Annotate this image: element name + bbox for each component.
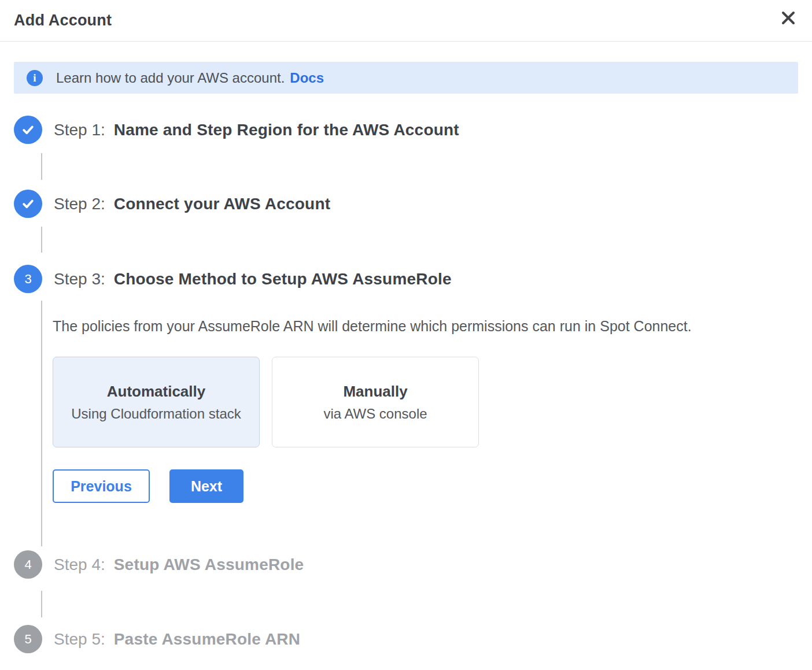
info-banner: i Learn how to add your AWS account. Doc…: [14, 62, 798, 94]
steps-wizard: Step 1: Name and Step Region for the AWS…: [14, 116, 798, 653]
step-connector: [41, 301, 42, 546]
step-3-heading: Step 3: Choose Method to Setup AWS Assum…: [54, 270, 452, 288]
step-1-indicator: [14, 116, 42, 144]
modal-header: Add Account: [0, 0, 812, 42]
step-row-3: 3 Step 3: Choose Method to Setup AWS Ass…: [14, 265, 798, 293]
step-2-indicator: [14, 190, 42, 218]
step-title: Paste AssumeRole ARN: [114, 630, 300, 649]
checkmark-icon: [20, 196, 36, 212]
next-button[interactable]: Next: [169, 469, 243, 503]
step-label: Step 4:: [54, 556, 105, 574]
step-row-2: Step 2: Connect your AWS Account: [14, 190, 798, 218]
close-icon: [780, 10, 796, 28]
step-row-4: 4 Step 4: Setup AWS AssumeRole: [14, 550, 798, 579]
step-3-body: The policies from your AssumeRole ARN wi…: [53, 318, 798, 503]
option-subtitle: via AWS console: [323, 406, 427, 422]
step-3-indicator: 3: [14, 265, 42, 293]
setup-method-options: Automatically Using Cloudformation stack…: [53, 357, 798, 447]
step-4-heading: Step 4: Setup AWS AssumeRole: [54, 556, 304, 574]
modal-content: i Learn how to add your AWS account. Doc…: [0, 62, 812, 653]
step-3-description: The policies from your AssumeRole ARN wi…: [53, 318, 798, 335]
banner-text: Learn how to add your AWS account.: [56, 70, 285, 86]
step-connector: [41, 153, 42, 180]
step-title: Connect your AWS Account: [114, 195, 331, 213]
docs-link[interactable]: Docs: [290, 70, 324, 86]
step-1-heading: Step 1: Name and Step Region for the AWS…: [54, 121, 459, 139]
step-5-heading: Step 5: Paste AssumeRole ARN: [54, 630, 300, 649]
step-connector: [41, 591, 42, 617]
step-label: Step 2:: [54, 195, 105, 213]
step-row-1: Step 1: Name and Step Region for the AWS…: [14, 116, 798, 144]
step-5-indicator: 5: [14, 625, 42, 653]
step-row-5: 5 Step 5: Paste AssumeRole ARN: [14, 625, 798, 653]
wizard-buttons: Previous Next: [53, 469, 798, 503]
step-title: Choose Method to Setup AWS AssumeRole: [114, 270, 452, 288]
step-label: Step 5:: [54, 630, 105, 649]
step-label: Step 1:: [54, 121, 105, 139]
option-title: Automatically: [107, 383, 206, 401]
step-2-heading: Step 2: Connect your AWS Account: [54, 195, 330, 213]
step-title: Setup AWS AssumeRole: [114, 556, 304, 574]
previous-button[interactable]: Previous: [53, 469, 150, 503]
step-connector: [41, 227, 42, 253]
option-subtitle: Using Cloudformation stack: [71, 406, 241, 422]
page-title: Add Account: [14, 12, 112, 29]
step-4-indicator: 4: [14, 550, 42, 579]
step-label: Step 3:: [54, 270, 105, 288]
option-title: Manually: [343, 383, 407, 401]
close-button[interactable]: [778, 9, 798, 29]
checkmark-icon: [20, 122, 36, 138]
info-icon: i: [27, 70, 43, 86]
step-title: Name and Step Region for the AWS Account: [114, 121, 459, 139]
option-card-manually[interactable]: Manually via AWS console: [272, 357, 479, 447]
option-card-automatically[interactable]: Automatically Using Cloudformation stack: [53, 357, 260, 447]
